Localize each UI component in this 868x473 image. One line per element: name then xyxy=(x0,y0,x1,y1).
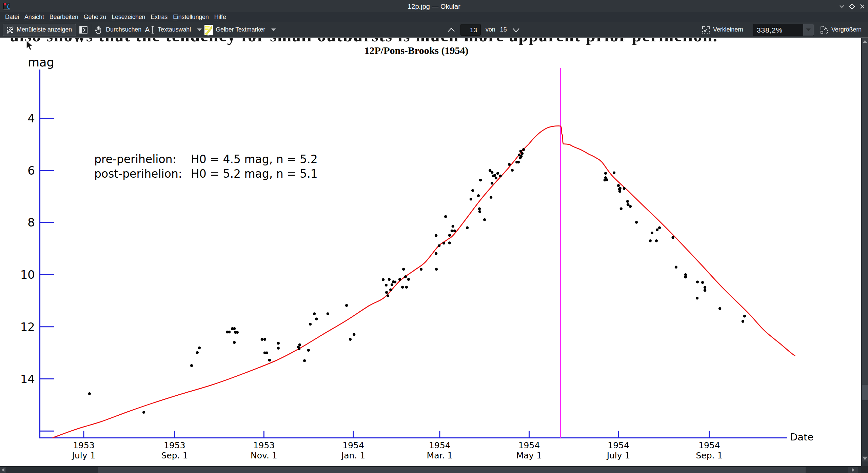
observation-point xyxy=(407,278,410,281)
scrollbar-corner xyxy=(861,466,868,473)
observation-point xyxy=(453,230,456,232)
text-selection-button[interactable]: A Textauswahl xyxy=(144,25,203,34)
observation-point xyxy=(696,297,698,299)
previous-page-button[interactable] xyxy=(447,25,456,34)
arrow-up-icon xyxy=(863,40,867,43)
observation-point xyxy=(327,312,329,315)
horizontal-scrollbar[interactable] xyxy=(0,466,861,473)
maximize-button[interactable] xyxy=(848,3,856,10)
observation-point xyxy=(349,338,352,340)
svg-text:July 1: July 1 xyxy=(72,451,96,460)
observation-point xyxy=(198,347,201,349)
observation-point xyxy=(522,148,525,151)
observation-point xyxy=(478,210,481,213)
observation-point xyxy=(435,268,438,271)
vertical-scrollbar[interactable] xyxy=(861,38,868,466)
observation-point xyxy=(142,411,145,414)
observation-point xyxy=(277,347,280,350)
observation-point xyxy=(233,341,236,344)
text-selection-dropdown-arrow[interactable] xyxy=(197,28,202,31)
menu-datei[interactable]: Datei xyxy=(2,12,22,22)
svg-text:Sep. 1: Sep. 1 xyxy=(696,451,723,460)
sidebar-toggle-button[interactable] xyxy=(78,25,89,34)
observation-point xyxy=(402,268,405,271)
scroll-right-button[interactable] xyxy=(848,467,858,473)
observation-point xyxy=(236,331,239,334)
menu-hilfe[interactable]: Hilfe xyxy=(212,12,229,22)
observation-point xyxy=(479,179,482,181)
observation-point xyxy=(618,190,621,193)
menu-lesezeichen[interactable]: Lesezeichen xyxy=(109,12,148,22)
vertical-scrollbar-thumb[interactable] xyxy=(862,44,868,385)
svg-text:6: 6 xyxy=(27,164,35,177)
document-view[interactable]: also shows that the tendency for small o… xyxy=(0,38,861,466)
scroll-up-button[interactable] xyxy=(862,38,868,44)
highlighter-dropdown-arrow[interactable] xyxy=(271,28,276,31)
menu-extras[interactable]: Extras xyxy=(148,12,170,22)
page-total: 15 xyxy=(500,26,507,33)
title-bar: 12p.jpg — Okular xyxy=(0,0,868,12)
svg-text:Sep. 1: Sep. 1 xyxy=(161,451,188,460)
observation-point xyxy=(309,323,312,326)
browse-tool-button[interactable]: Durchsuchen xyxy=(93,25,142,34)
scroll-left-button[interactable] xyxy=(0,467,6,473)
observation-point xyxy=(228,331,231,333)
observation-point xyxy=(263,338,266,340)
observation-point xyxy=(483,218,486,221)
menu-einstellungen[interactable]: Einstellungen xyxy=(170,12,212,22)
next-page-button[interactable] xyxy=(512,25,520,34)
observation-point xyxy=(701,281,704,284)
x-axis-caption: Date xyxy=(790,431,813,443)
highlighter-button[interactable]: Gelber Textmarker xyxy=(203,24,277,36)
observation-point xyxy=(385,291,388,294)
zoom-value[interactable]: 338,2% xyxy=(753,24,803,36)
observation-point xyxy=(307,349,310,352)
menu-ansicht[interactable]: Ansicht xyxy=(22,12,47,22)
chart-title: 12P/Pons-Brooks (1954) xyxy=(364,45,469,56)
observation-point xyxy=(519,150,522,153)
menu-gehe-zu[interactable]: Gehe zu xyxy=(81,12,109,22)
observation-point xyxy=(233,327,236,330)
svg-text:10: 10 xyxy=(20,268,35,281)
observation-point xyxy=(613,171,615,174)
sidebar-toggle-icon xyxy=(79,25,88,34)
observation-point xyxy=(471,189,474,192)
observation-point xyxy=(401,286,404,289)
zoom-combobox[interactable]: 338,2% xyxy=(753,24,814,36)
minimize-button[interactable] xyxy=(838,3,846,10)
observation-point xyxy=(658,226,661,229)
observation-point xyxy=(353,333,355,336)
zoom-in-label: Vergrößern xyxy=(831,26,862,33)
observation-point xyxy=(627,203,629,206)
observation-point xyxy=(511,169,514,172)
observation-point xyxy=(675,266,677,269)
zoom-in-button[interactable]: Vergrößern xyxy=(819,25,863,34)
observation-point xyxy=(604,172,607,175)
svg-text:1954: 1954 xyxy=(429,440,451,450)
observation-point xyxy=(617,184,620,187)
show-menubar-icon xyxy=(6,26,14,34)
zoom-dropdown-button[interactable] xyxy=(803,24,814,36)
observation-point xyxy=(521,152,524,155)
vertical-scrollbar-thumb-end[interactable] xyxy=(862,385,868,400)
zoom-out-button[interactable]: Verkleinern xyxy=(701,25,744,34)
observation-point xyxy=(655,239,658,242)
show-menubar-button[interactable]: Menüleiste anzeigen xyxy=(3,24,76,36)
browse-label: Durchsuchen xyxy=(106,26,141,33)
horizontal-scrollbar-thumb[interactable] xyxy=(98,467,806,473)
close-button[interactable] xyxy=(859,3,866,10)
observation-point xyxy=(391,283,393,286)
observation-point xyxy=(684,276,687,278)
observation-point xyxy=(388,278,391,281)
observation-point xyxy=(452,225,454,228)
page-number-input[interactable]: 13 xyxy=(460,24,481,36)
annotation-label: post-perihelion: xyxy=(94,167,182,180)
menu-bearbeiten[interactable]: Bearbeiten xyxy=(47,12,81,22)
scroll-down-button[interactable] xyxy=(862,456,868,461)
observation-point xyxy=(704,289,706,292)
observation-point xyxy=(495,177,497,179)
menu-bar: Datei Ansicht Bearbeiten Gehe zu Lesezei… xyxy=(0,12,868,22)
y-axis-caption: mag xyxy=(28,56,54,69)
observation-point xyxy=(508,163,511,166)
observation-point xyxy=(196,351,199,354)
